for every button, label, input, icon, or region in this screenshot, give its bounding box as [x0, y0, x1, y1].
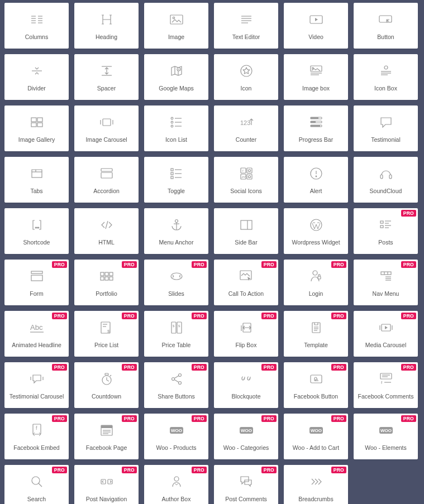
widget-map[interactable]: Google Maps — [144, 54, 208, 100]
widget-spacer[interactable]: Spacer — [74, 54, 139, 100]
widget-testimonial[interactable]: Testimonial — [354, 105, 418, 151]
widget-imgbox[interactable]: Image box — [284, 54, 348, 100]
widget-pricelist[interactable]: PRO$Price List — [74, 311, 139, 357]
widget-label: Posts — [376, 239, 395, 246]
widget-label: Progress Bar — [297, 136, 335, 143]
widget-posts[interactable]: PROPosts — [354, 208, 418, 254]
widget-gallery[interactable]: Image Gallery — [4, 105, 69, 151]
widget-accordion[interactable]: Accordion — [74, 157, 139, 203]
svg-rect-89 — [101, 272, 104, 276]
svg-point-63 — [248, 169, 250, 171]
widget-anchor[interactable]: Menu Anchor — [144, 208, 208, 254]
svg-rect-51 — [32, 172, 42, 177]
widget-sound[interactable]: SoundCloud — [354, 157, 418, 203]
widget-label: Price List — [92, 342, 121, 348]
widget-progress[interactable]: Progress Bar — [284, 105, 348, 151]
svg-marker-123 — [385, 326, 388, 329]
widget-social[interactable]: fSocial Icons — [214, 157, 278, 203]
widget-divider[interactable]: Divider — [4, 54, 69, 100]
widget-fbpage[interactable]: PROFacebook Page — [74, 414, 139, 459]
widget-testcar[interactable]: PROTestimonial Carousel — [4, 362, 69, 408]
widget-fbbutton[interactable]: PROFacebook Button — [284, 362, 348, 408]
widget-template[interactable]: PROTemplate — [284, 311, 348, 357]
widget-woo[interactable]: PROWOOWoo - Categories — [214, 414, 278, 459]
widget-heading[interactable]: Heading — [74, 3, 139, 49]
widget-counter[interactable]: 123Counter — [214, 105, 278, 151]
widget-label: Video — [306, 33, 326, 40]
svg-rect-46 — [311, 117, 318, 119]
widget-woo[interactable]: PROWOOWoo - Products — [144, 414, 208, 459]
widget-postnav[interactable]: PROPost Navigation — [74, 465, 139, 504]
widget-share[interactable]: PROShare Buttons — [144, 362, 208, 408]
pro-badge: PRO — [331, 415, 346, 422]
widget-columns[interactable]: Columns — [4, 3, 69, 49]
svg-line-132 — [174, 376, 179, 378]
widget-label: Animated Headline — [9, 342, 64, 348]
pro-badge: PRO — [261, 467, 277, 473]
widget-woo[interactable]: PROWOOWoo - Elements — [354, 414, 418, 459]
widget-iconbox[interactable]: Icon Box — [354, 54, 418, 100]
widget-blockquote[interactable]: PROBlockquote — [214, 362, 278, 408]
widget-label: Side Bar — [232, 239, 259, 246]
pro-badge: PRO — [331, 364, 346, 371]
widget-label: Counter — [234, 136, 259, 143]
pro-badge: PRO — [122, 467, 137, 473]
widget-html[interactable]: HTML — [74, 208, 139, 254]
svg-rect-94 — [109, 277, 113, 280]
svg-point-69 — [316, 176, 317, 177]
widget-label: Spacer — [95, 85, 118, 92]
widget-author[interactable]: PROAuthor Box — [144, 465, 208, 504]
widget-label: Login — [307, 290, 326, 297]
widget-postcomments[interactable]: PROPost Comments — [214, 465, 278, 504]
pro-badge: PRO — [331, 261, 346, 268]
widget-pricetable[interactable]: PRO$$Price Table — [144, 311, 208, 357]
widget-carousel[interactable]: Image Carousel — [74, 105, 139, 151]
animhead-icon: Abc — [30, 320, 44, 335]
pro-badge: PRO — [122, 313, 137, 319]
pro-badge: PRO — [401, 313, 416, 319]
widget-toggle[interactable]: Toggle — [144, 157, 208, 203]
pro-badge: PRO — [261, 313, 277, 319]
widget-cta[interactable]: PROCall To Action — [214, 260, 278, 305]
pro-badge: PRO — [122, 261, 137, 268]
svg-rect-35 — [103, 119, 111, 126]
widget-tabs[interactable]: Tabs — [4, 157, 69, 203]
widget-label: Menu Anchor — [157, 239, 196, 246]
widget-fbcomments[interactable]: PROfFacebook Comments — [354, 362, 418, 408]
widget-animhead[interactable]: PROAbcAnimated Headline — [4, 311, 69, 357]
widget-sidebar[interactable]: Side Bar — [214, 208, 278, 254]
widget-mediacar[interactable]: PROMedia Carousel — [354, 311, 418, 357]
widget-fbembed[interactable]: PROfFacebook Embed — [4, 414, 69, 459]
widget-navmenu[interactable]: PRONav Menu — [354, 260, 418, 305]
widget-image[interactable]: Image — [144, 3, 208, 49]
widget-flipbox[interactable]: PROFlip Box — [214, 311, 278, 357]
widget-slides[interactable]: PROSlides — [144, 260, 208, 305]
widget-alert[interactable]: Alert — [284, 157, 348, 203]
widget-breadcrumbs[interactable]: PROBreadcrumbs — [284, 465, 348, 504]
widget-search[interactable]: PROSearch — [4, 465, 69, 504]
pro-badge: PRO — [52, 313, 67, 319]
widget-woo[interactable]: PROWOOWoo - Add to Cart — [284, 414, 348, 459]
widget-label: Heading — [93, 33, 120, 40]
widget-shortcode[interactable]: Shortcode — [4, 208, 69, 254]
widget-label: Countdown — [89, 393, 123, 400]
widget-text[interactable]: Text Editor — [214, 3, 278, 49]
pro-badge: PRO — [52, 364, 67, 371]
svg-rect-143 — [101, 425, 112, 428]
svg-text:WOO: WOO — [311, 428, 322, 433]
woo-icon: WOO — [379, 423, 393, 438]
widget-iconlist[interactable]: Icon List — [144, 105, 208, 151]
widget-wordpress[interactable]: Wordpress Widget — [284, 208, 348, 254]
widget-star[interactable]: Icon — [214, 54, 278, 100]
widget-video[interactable]: Video — [284, 3, 348, 49]
widget-login[interactable]: PROLogin — [284, 260, 348, 305]
svg-rect-111 — [171, 322, 176, 333]
widget-label: Testimonial — [369, 136, 403, 143]
postcomments-icon — [240, 474, 253, 489]
widget-form[interactable]: PROForm — [4, 260, 69, 305]
widget-button[interactable]: Button — [354, 3, 418, 49]
widget-countdown[interactable]: PROCountdown — [74, 362, 139, 408]
template-icon — [311, 320, 322, 335]
svg-point-66 — [248, 175, 250, 177]
widget-portfolio[interactable]: PROPortfolio — [74, 260, 139, 305]
